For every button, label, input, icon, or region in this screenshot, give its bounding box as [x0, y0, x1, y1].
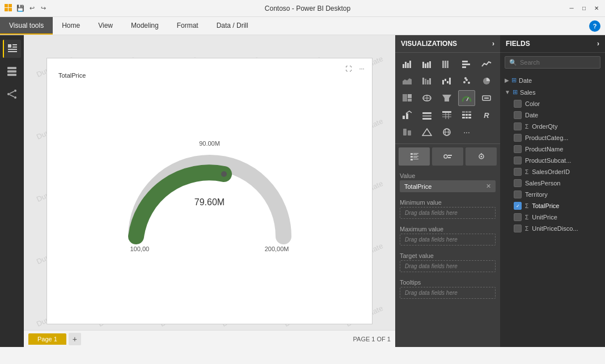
chart-container[interactable]: ⛶ ··· TotalPrice 90.00M [46, 58, 373, 324]
viz-field-remove[interactable]: ✕ [486, 183, 491, 190]
search-input[interactable] [505, 56, 600, 69]
viz-slicer[interactable] [418, 107, 435, 123]
viz-map[interactable] [418, 90, 435, 106]
save-icon[interactable]: 💾 [16, 4, 25, 13]
viz-gauge[interactable] [458, 90, 475, 106]
viz-stacked-bar[interactable] [418, 56, 435, 72]
viz-matrix[interactable] [458, 107, 475, 123]
field-check-territory[interactable] [514, 191, 522, 198]
viz-funnel[interactable] [438, 90, 455, 106]
redo-icon[interactable]: ↪ [39, 4, 48, 13]
page-status: PAGE 1 OF 1 [353, 336, 391, 342]
viz-line[interactable] [478, 56, 495, 72]
field-label-territory: Territory [525, 191, 548, 198]
viz-treemap[interactable] [399, 90, 416, 106]
viz-tooltips-drop[interactable]: Drag data fields here [400, 287, 496, 299]
viz-field-value[interactable]: TotalPrice ✕ [400, 180, 496, 192]
viz-tab-fields[interactable] [399, 147, 430, 166]
minimize-button[interactable]: ─ [568, 5, 576, 12]
viz-area[interactable] [399, 73, 416, 89]
fields-item-color[interactable]: Color [500, 98, 605, 109]
gauge-top-label: 90.00M [199, 140, 220, 147]
svg-line-16 [10, 95, 14, 97]
field-check-orderqty[interactable] [514, 122, 522, 130]
fields-item-salesperson[interactable]: SalesPerson [500, 177, 605, 189]
viz-min-drop[interactable]: Drag data fields here [400, 207, 496, 219]
svg-rect-31 [462, 66, 466, 68]
fields-group-date-header[interactable]: ▶ ⊞ Date [500, 74, 605, 86]
svg-rect-84 [413, 156, 418, 156]
fields-item-productsubcat[interactable]: ProductSubcat... [500, 155, 605, 166]
field-check-unitpricedisco[interactable] [514, 225, 522, 232]
viz-more[interactable]: ··· [458, 124, 475, 140]
field-check-color[interactable] [514, 100, 522, 108]
fields-expand[interactable]: › [597, 40, 599, 48]
svg-rect-6 [12, 46, 17, 48]
expand-icon[interactable]: ⛶ [342, 63, 354, 74]
svg-rect-18 [403, 64, 404, 68]
field-check-productsubcat[interactable] [514, 156, 522, 164]
viz-globe[interactable] [438, 124, 455, 140]
chevron-right-icon: ▶ [505, 77, 509, 83]
svg-rect-8 [8, 51, 17, 52]
visualizations-expand[interactable]: › [492, 40, 494, 48]
fields-item-date[interactable]: Date [500, 109, 605, 121]
viz-tab-analytics[interactable] [466, 147, 497, 166]
viz-target-drop[interactable]: Drag data fields here [400, 260, 496, 272]
fields-item-unitprice[interactable]: Σ UnitPrice [500, 211, 605, 223]
viz-ribbon[interactable] [418, 73, 435, 89]
help-button[interactable]: ? [589, 20, 600, 32]
viz-waterfall[interactable] [438, 73, 455, 89]
viz-r-script[interactable]: R [478, 107, 495, 123]
viz-table[interactable] [438, 107, 455, 123]
field-check-productname[interactable] [514, 145, 522, 153]
fields-item-unitpricedisco[interactable]: Σ UnitPriceDisco... [500, 223, 605, 234]
viz-scatter[interactable] [458, 73, 475, 89]
fields-item-productcateg[interactable]: ProductCateg... [500, 132, 605, 143]
page-tab-1[interactable]: Page 1 [28, 333, 66, 345]
sidebar-item-report[interactable] [3, 40, 21, 58]
fields-item-territory[interactable]: Territory [500, 189, 605, 200]
fields-item-salesorderid[interactable]: Σ SalesOrderID [500, 166, 605, 177]
field-check-totalprice[interactable]: ✓ [514, 202, 522, 210]
svg-point-12 [7, 93, 10, 95]
viz-card[interactable] [478, 90, 495, 106]
more-icon[interactable]: ··· [356, 63, 367, 74]
tab-home[interactable]: Home [53, 17, 89, 35]
fields-item-productname[interactable]: ProductName [500, 143, 605, 155]
viz-kpi[interactable] [399, 107, 416, 123]
add-page-button[interactable]: + [69, 333, 81, 345]
tab-modeling[interactable]: Modeling [122, 17, 168, 35]
field-check-date[interactable] [514, 111, 522, 119]
viz-max-drop[interactable]: Drag data fields here [400, 234, 496, 246]
tab-view[interactable]: View [89, 17, 122, 35]
viz-custom1[interactable] [399, 124, 416, 140]
viz-tab-format[interactable] [432, 147, 463, 166]
maximize-button[interactable]: □ [580, 5, 588, 12]
tab-visual-tools[interactable]: Visual tools [0, 17, 53, 35]
svg-rect-10 [7, 70, 16, 73]
sidebar-item-model[interactable] [3, 85, 21, 103]
field-check-productcateg[interactable] [514, 134, 522, 142]
field-check-salesperson[interactable] [514, 179, 522, 187]
field-check-unitprice[interactable] [514, 213, 522, 221]
tab-data-drill[interactable]: Data / Drill [208, 17, 257, 35]
fields-item-totalprice[interactable]: ✓ Σ TotalPrice [500, 200, 605, 211]
close-button[interactable]: ✕ [593, 5, 600, 12]
viz-tooltips-label: Tooltips [400, 279, 496, 286]
viz-bar-chart[interactable] [399, 56, 416, 72]
viz-hbar[interactable] [458, 56, 475, 72]
viz-custom2[interactable] [418, 124, 435, 140]
fields-item-orderqty[interactable]: Σ OrderQty [500, 121, 605, 132]
sidebar-item-data[interactable] [3, 62, 21, 81]
undo-icon[interactable]: ↩ [27, 4, 36, 13]
svg-rect-39 [447, 81, 449, 83]
svg-point-92 [480, 156, 482, 158]
viz-pie[interactable] [478, 73, 495, 89]
tab-format[interactable]: Format [168, 17, 208, 35]
field-label-totalprice: TotalPrice [532, 202, 559, 209]
fields-group-sales-header[interactable]: ▼ ⊞ Sales [500, 86, 605, 98]
svg-rect-30 [462, 64, 470, 65]
viz-100-bar[interactable] [438, 56, 455, 72]
field-check-salesorderid[interactable] [514, 168, 522, 176]
